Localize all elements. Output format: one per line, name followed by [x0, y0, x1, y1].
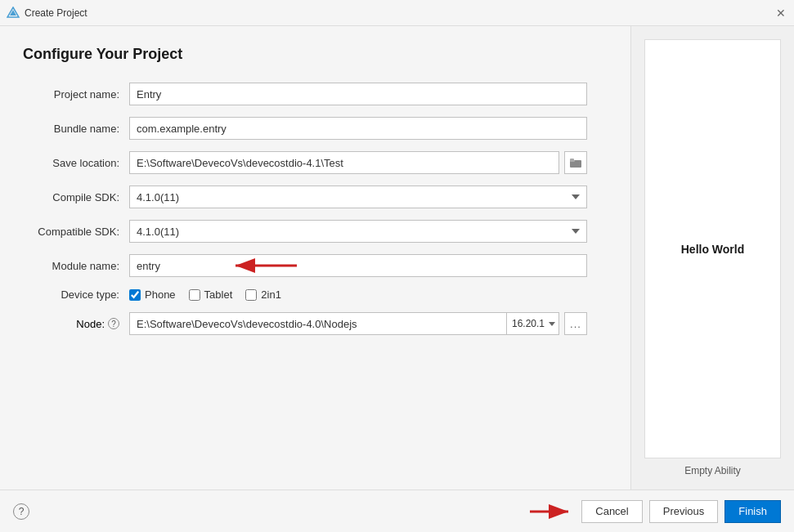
- node-dots-button[interactable]: ...: [564, 312, 587, 335]
- device-type-container: Phone Tablet 2in1: [129, 288, 281, 301]
- phone-checkbox[interactable]: [129, 289, 141, 301]
- node-path-input[interactable]: [130, 313, 506, 334]
- preview-title: Hello World: [681, 243, 745, 256]
- compile-sdk-row: Compile SDK: 4.1.0(11) 4.0.0(10) 3.1.0(9…: [23, 186, 608, 208]
- tablet-checkbox-label[interactable]: Tablet: [189, 288, 233, 301]
- bottom-left: ?: [13, 503, 29, 520]
- browse-button[interactable]: [564, 151, 587, 174]
- cancel-button[interactable]: Cancel: [581, 500, 642, 523]
- bottom-bar: ? Cancel Previous Finish: [0, 490, 794, 532]
- phone-label: Phone: [145, 288, 176, 301]
- save-location-row: Save location:: [23, 151, 608, 174]
- node-label-container: Node: ?: [23, 318, 129, 330]
- tablet-checkbox[interactable]: [189, 289, 200, 301]
- page-title: Configure Your Project: [23, 46, 608, 63]
- app-icon: [7, 7, 20, 20]
- module-name-label: Module name:: [23, 260, 129, 272]
- node-input-wrapper: 16.20.1 18.17.1 20.0.0: [129, 312, 559, 335]
- project-name-input[interactable]: [129, 83, 587, 105]
- main-content: Configure Your Project Project name: Bun…: [0, 26, 794, 490]
- title-bar-left: Create Project: [7, 7, 87, 20]
- bundle-name-input[interactable]: [129, 117, 587, 140]
- preview-caption: Empty Ability: [644, 465, 781, 476]
- module-name-input[interactable]: [129, 254, 587, 277]
- save-location-input[interactable]: [129, 151, 559, 174]
- node-row: Node: ? 16.20.1 18.17.1 20.0.0 ...: [23, 312, 608, 335]
- node-input-container: 16.20.1 18.17.1 20.0.0 ...: [129, 312, 587, 335]
- close-button[interactable]: ✕: [774, 7, 787, 20]
- 2in1-label: 2in1: [261, 288, 281, 301]
- compatible-sdk-row: Compatible SDK: 4.1.0(11) 4.0.0(10) 3.1.…: [23, 220, 608, 243]
- previous-button[interactable]: Previous: [649, 500, 719, 523]
- node-help-icon[interactable]: ?: [108, 318, 119, 329]
- tablet-label: Tablet: [204, 288, 233, 301]
- svg-rect-4: [570, 159, 574, 161]
- window-title: Create Project: [25, 7, 87, 19]
- compatible-sdk-label: Compatible SDK:: [23, 226, 129, 238]
- bundle-name-row: Bundle name:: [23, 117, 608, 140]
- phone-checkbox-label[interactable]: Phone: [129, 288, 176, 301]
- title-bar: Create Project ✕: [0, 0, 794, 26]
- 2in1-checkbox-label[interactable]: 2in1: [245, 288, 281, 301]
- node-version-select[interactable]: 16.20.1 18.17.1 20.0.0: [506, 313, 558, 334]
- folder-icon: [570, 158, 581, 168]
- compatible-sdk-select[interactable]: 4.1.0(11) 4.0.0(10) 3.1.0(9): [129, 220, 587, 243]
- save-location-container: [129, 151, 587, 174]
- preview-area: Hello World: [644, 39, 781, 458]
- bundle-name-label: Bundle name:: [23, 123, 129, 135]
- help-button[interactable]: ?: [13, 503, 29, 520]
- compile-sdk-select[interactable]: 4.1.0(11) 4.0.0(10) 3.1.0(9): [129, 186, 587, 208]
- right-panel: Hello World Empty Ability: [630, 26, 794, 490]
- left-panel: Configure Your Project Project name: Bun…: [0, 26, 630, 490]
- project-name-row: Project name:: [23, 83, 608, 105]
- finish-button[interactable]: Finish: [724, 500, 781, 523]
- compile-sdk-label: Compile SDK:: [23, 191, 129, 203]
- 2in1-checkbox[interactable]: [245, 289, 257, 301]
- device-type-label: Device type:: [23, 288, 129, 301]
- node-dots-label: ...: [570, 318, 581, 330]
- module-name-row: Module name:: [23, 254, 608, 277]
- node-label: Node:: [76, 318, 105, 330]
- save-location-label: Save location:: [23, 157, 129, 169]
- finish-arrow: [526, 500, 575, 523]
- bottom-right: Cancel Previous Finish: [526, 500, 781, 523]
- project-name-label: Project name:: [23, 88, 129, 101]
- device-type-row: Device type: Phone Tablet 2in1: [23, 288, 608, 301]
